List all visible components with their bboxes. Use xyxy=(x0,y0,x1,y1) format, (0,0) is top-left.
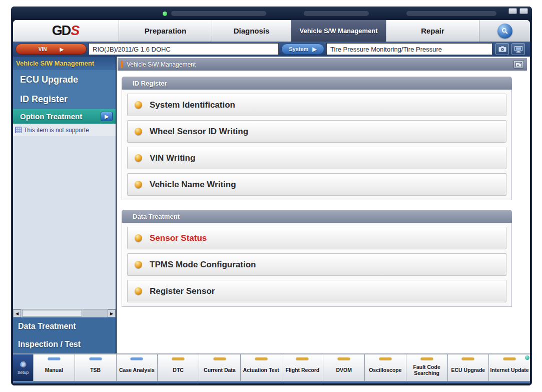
system-field[interactable]: Tire Pressure Monitoring/Tire Pressure xyxy=(326,43,492,55)
indicator-icon xyxy=(48,357,60,360)
status-strip xyxy=(11,7,532,20)
search-button[interactable] xyxy=(497,24,512,39)
tools-icon: ✺ xyxy=(20,361,27,369)
menu-item-label: System Identification xyxy=(150,100,235,110)
capture-button[interactable] xyxy=(495,43,509,55)
group-body: Sensor Status TPMS Mode Configuration Re… xyxy=(122,223,512,307)
toolbar-button-dtc[interactable]: DTC xyxy=(157,354,199,381)
status-text-blur xyxy=(171,11,266,16)
indicator-icon xyxy=(172,357,185,360)
toolbar-button-label: DVOM xyxy=(336,367,352,373)
indicator-icon xyxy=(379,357,391,360)
toolbar-button-ecu-upgrade[interactable]: ECU Upgrade xyxy=(447,354,489,381)
display-settings-button[interactable] xyxy=(511,43,525,55)
menu-item-wheel-sensor-id-writing[interactable]: Wheel Sensor ID Writing xyxy=(127,120,506,143)
toolbar-button-internet-update[interactable]: Internet Update xyxy=(488,354,530,381)
app-window: GDS Preparation Diagnosis Vehicle S/W Ma… xyxy=(11,7,532,385)
sidebar-item-option-treatment[interactable]: Option Treatment ▶ xyxy=(13,109,116,124)
menu-item-tpms-mode-configuration[interactable]: TPMS Mode Configuration xyxy=(127,253,506,276)
gds-logo: GDS xyxy=(13,20,119,42)
report-button[interactable] xyxy=(513,60,524,69)
arrow-right-icon: ▶ xyxy=(105,114,109,119)
gds-logo-swoosh: S xyxy=(71,23,80,39)
menu-item-system-identification[interactable]: System Identification xyxy=(127,94,506,116)
scrollbar-thumb[interactable] xyxy=(22,310,82,316)
toolbar-button-label: Manual xyxy=(45,367,63,373)
expand-arrow-button[interactable]: ▶ xyxy=(101,112,113,121)
system-button-label: System xyxy=(289,46,308,52)
toolbar-button-label: TSB xyxy=(90,367,101,373)
bottom-strip xyxy=(13,381,530,383)
sidebar-item-inspection-test[interactable]: Inspection / Test xyxy=(13,335,116,353)
sidebar-note-text: This item is not supporte xyxy=(24,127,89,134)
indicator-icon xyxy=(213,357,226,360)
gold-ball-icon xyxy=(135,101,142,109)
arrow-right-icon: ▶ xyxy=(312,46,316,53)
toolbar-button-label: Current Data xyxy=(204,367,236,373)
main-content-header: Vehicle S/W Management xyxy=(118,58,527,71)
gold-ball-icon xyxy=(135,181,142,188)
tab-repair[interactable]: Repair xyxy=(386,20,479,42)
main-content-title: Vehicle S/W Management xyxy=(127,61,513,68)
monitor-icon xyxy=(514,46,522,53)
indicator-icon xyxy=(89,357,102,360)
sidebar-horizontal-scrollbar[interactable]: ◀ ▶ xyxy=(13,309,116,317)
vin-button[interactable]: VIN ▶ xyxy=(16,44,87,55)
toolbar-button-current-data[interactable]: Current Data xyxy=(199,354,240,381)
tab-diagnosis[interactable]: Diagnosis xyxy=(212,20,291,42)
toolbar-button-case-analysis[interactable]: Case Analysis xyxy=(116,354,158,381)
scroll-left-arrow[interactable]: ◀ xyxy=(13,309,21,317)
sidebar-note: This item is not supporte xyxy=(13,124,116,136)
toolbar-button-label: DTC xyxy=(173,367,184,373)
system-button[interactable]: System ▶ xyxy=(281,44,324,55)
menu-item-vin-writing[interactable]: VIN Writing xyxy=(127,147,506,169)
sidebar-item-id-register[interactable]: ID Register xyxy=(13,90,116,109)
bottom-toolbar: ✺ Setup Manual TSB Case Analysis DTC Cur… xyxy=(13,353,530,381)
toolbar-button-oscilloscope[interactable]: Oscilloscope xyxy=(364,354,406,381)
search-icon xyxy=(501,28,508,35)
menu-item-label: Register Sensor xyxy=(150,286,215,296)
group-id-register: ID Register System Identification Wheel … xyxy=(122,77,512,200)
sidebar-item-data-treatment[interactable]: Data Treatment xyxy=(13,317,116,335)
vin-field[interactable]: RIO(JB)/2011/G 1.6 DOHC xyxy=(89,43,279,55)
gold-ball-icon xyxy=(135,128,142,135)
minimize-button[interactable] xyxy=(508,8,517,14)
picture-icon xyxy=(515,62,522,67)
sidebar-item-ecu-upgrade[interactable]: ECU Upgrade xyxy=(13,70,116,90)
group-header: ID Register xyxy=(122,77,512,90)
toolbar-button-label: Oscilloscope xyxy=(369,367,401,373)
main-content: Vehicle S/W Management ID Register Syste… xyxy=(116,57,530,353)
accent-bar-icon xyxy=(121,61,123,68)
sidebar-empty-panel xyxy=(13,136,116,309)
search-zone xyxy=(479,20,530,42)
tab-vehicle-sw-management[interactable]: Vehicle S/W Management xyxy=(291,20,386,42)
indicator-icon xyxy=(131,357,143,360)
online-status-icon xyxy=(525,355,529,360)
info-grid-icon xyxy=(15,127,22,133)
toolbar-button-actuation-test[interactable]: Actuation Test xyxy=(240,354,282,381)
toolbar-button-dvom[interactable]: DVOM xyxy=(323,354,364,381)
camera-icon xyxy=(498,46,506,52)
gold-ball-icon xyxy=(135,261,142,268)
tab-preparation[interactable]: Preparation xyxy=(119,20,212,42)
maximize-button[interactable] xyxy=(519,8,528,14)
toolbar-button-flight-record[interactable]: Flight Record xyxy=(282,354,323,381)
scroll-right-arrow[interactable]: ▶ xyxy=(108,309,116,317)
toolbar-button-manual[interactable]: Manual xyxy=(33,354,75,381)
toolbar-button-label: Case Analysis xyxy=(119,367,155,373)
toolbar-button-label: ECU Upgrade xyxy=(451,367,485,373)
menu-item-register-sensor[interactable]: Register Sensor xyxy=(127,280,506,302)
status-text-blur xyxy=(304,11,369,16)
toolbar-button-label: Flight Record xyxy=(286,367,320,373)
indicator-icon xyxy=(338,357,350,360)
scrollbar-track[interactable] xyxy=(21,309,108,317)
toolbar-button-fault-code-searching[interactable]: Fault Code Searching xyxy=(406,354,447,381)
setup-button[interactable]: ✺ Setup xyxy=(13,354,33,381)
menu-item-label: VIN Writing xyxy=(150,153,195,163)
toolbar-button-label: Actuation Test xyxy=(243,367,279,373)
menu-item-vehicle-name-writing[interactable]: Vehicle Name Writing xyxy=(127,173,506,196)
menu-item-sensor-status[interactable]: Sensor Status xyxy=(127,227,506,249)
toolbar-button-label: Fault Code Searching xyxy=(407,364,446,376)
main-tab-bar: GDS Preparation Diagnosis Vehicle S/W Ma… xyxy=(13,20,530,42)
toolbar-button-tsb[interactable]: TSB xyxy=(75,354,116,381)
